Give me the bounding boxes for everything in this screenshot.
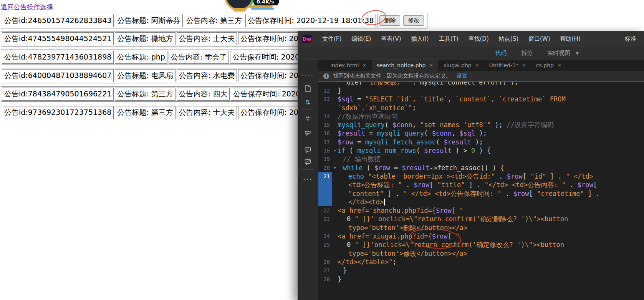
fold-collapse-icon[interactable]: ▼ xyxy=(332,146,338,155)
announcement-content-cell: 公告内容: 学会了 xyxy=(169,51,229,64)
speed-value: 0.4K/s xyxy=(257,0,274,5)
fold-spacer xyxy=(332,172,338,181)
fold-spacer xyxy=(332,266,338,275)
announcement-content-cell: 公告内容: 士大夫 xyxy=(177,32,237,45)
open-documents-icon[interactable] xyxy=(298,83,318,94)
tab-close-icon[interactable]: × xyxy=(522,62,526,68)
code-line: 26</td></table>"; xyxy=(318,258,644,266)
file-tab[interactable]: cs.php× xyxy=(531,60,566,71)
fold-collapse-icon[interactable]: ▼ xyxy=(332,164,338,172)
tab-close-icon[interactable]: × xyxy=(429,62,433,68)
menu-item[interactable]: 插入(I) xyxy=(406,35,434,42)
line-number-gutter[interactable] xyxy=(318,249,332,258)
fold-spacer xyxy=(332,129,338,138)
line-number-gutter[interactable]: 18 xyxy=(318,146,332,155)
announcement-id-cell: 公告id:478239771436031898 xyxy=(2,51,114,64)
speed-overlay-widget[interactable]: 0.4K/s xyxy=(200,0,281,13)
line-number-gutter[interactable] xyxy=(318,224,332,232)
announcement-id-cell: 公告id:973692301723751368 xyxy=(2,106,114,119)
file-tab[interactable]: index.html× xyxy=(325,60,372,71)
file-tab-bar: index.html×search_notice.php×xiugai.php×… xyxy=(318,60,644,71)
tab-close-icon[interactable]: × xyxy=(475,62,479,68)
menu-item[interactable]: 编辑(E) xyxy=(346,35,376,42)
menu-item[interactable]: 查找(D) xyxy=(464,35,494,42)
apply-comment-icon[interactable] xyxy=(298,144,318,156)
menu-item[interactable]: 站点(S) xyxy=(494,35,523,42)
code-line: 22<a href='shanchu.php?id={$row[ " xyxy=(318,206,644,215)
line-number-gutter[interactable]: 26 xyxy=(318,258,332,266)
line-number-gutter[interactable]: 23 xyxy=(318,215,332,223)
code-editor[interactable]: die( "连接失败: " . mysqli_connect_error() )… xyxy=(318,82,644,300)
tab-close-icon[interactable]: × xyxy=(557,62,561,68)
line-number-gutter[interactable] xyxy=(318,181,332,189)
line-number-gutter[interactable]: 15 xyxy=(318,121,332,129)
delete-button[interactable]: 删除 xyxy=(379,15,400,26)
announcement-table: 公告id:478239771436031898公告标题: php公告内容: 学会… xyxy=(1,50,315,65)
sort-move-icon[interactable]: ⇅ xyxy=(298,96,318,108)
code-line-text: 0 " ]}'onclick=\"return confirm('确定修改么? … xyxy=(338,240,644,249)
code-line: 12} xyxy=(318,86,644,95)
workspace-switcher[interactable]: 标准 xyxy=(625,35,644,43)
fold-spacer xyxy=(332,224,338,232)
menu-item[interactable]: 工具(T) xyxy=(434,35,464,42)
file-tab[interactable]: search_notice.php× xyxy=(372,60,439,71)
file-tab-label: search_notice.php xyxy=(377,62,426,68)
chevron-down-icon[interactable]: ▼ xyxy=(576,51,579,55)
line-number-gutter[interactable]: 25 xyxy=(318,240,332,249)
tab-close-icon[interactable]: × xyxy=(363,62,367,68)
view-mode-live[interactable]: 实时视图 ▼ xyxy=(547,50,579,57)
menu-item[interactable]: 文件(F) xyxy=(317,35,346,42)
line-number-gutter[interactable] xyxy=(318,198,332,206)
file-tab[interactable]: xiugai.php× xyxy=(438,60,484,71)
code-line-text: <a href='shanchu.php?id={$row[ " xyxy=(338,206,644,215)
code-line: `sdxh`.`xh_notice`"; xyxy=(318,104,644,112)
menu-item[interactable]: 窗口(W) xyxy=(523,35,555,42)
info-icon: i xyxy=(323,73,329,79)
line-number-gutter[interactable]: 14 xyxy=(318,112,332,121)
format-source-icon[interactable] xyxy=(298,128,318,139)
line-number-gutter[interactable]: 21 xyxy=(318,172,332,181)
code-line-text: } xyxy=(338,86,644,95)
file-tab-label: Untitled-1* xyxy=(489,62,518,68)
code-line: </td><td> xyxy=(318,198,644,206)
modify-button[interactable]: 修改 xyxy=(403,15,424,26)
fold-spacer xyxy=(332,82,338,86)
line-number-gutter[interactable] xyxy=(318,189,332,198)
menu-item[interactable]: 帮助(H) xyxy=(555,35,586,42)
code-line: 20▼while ( $row = $result->fetch_assoc()… xyxy=(318,164,644,172)
file-tab-label: cs.php xyxy=(536,62,554,68)
fold-spacer xyxy=(332,275,338,283)
editor-main: index.html×search_notice.php×xiugai.php×… xyxy=(318,60,644,300)
file-tab[interactable]: Untitled-1*× xyxy=(484,60,531,71)
site-setup-link[interactable]: 设置 xyxy=(457,73,467,80)
line-number-gutter[interactable] xyxy=(318,104,332,112)
line-number-gutter[interactable]: 20 xyxy=(318,164,332,172)
code-line-text: die( "连接失败: " . mysqli_connect_error() )… xyxy=(338,82,644,86)
toolbar-divider xyxy=(302,109,313,110)
remove-comment-icon[interactable] xyxy=(298,156,318,168)
toolbar-grip[interactable]: •••• xyxy=(298,70,318,81)
menu-item[interactable]: 查看(V) xyxy=(376,35,406,42)
back-to-operations-link[interactable]: 返回公告操作选择 xyxy=(1,3,53,12)
code-line-text: echo "<table border=1px ><td>公告id:" . $r… xyxy=(338,172,644,181)
view-mode-code[interactable]: 代码 xyxy=(495,50,507,57)
line-number-gutter[interactable] xyxy=(318,82,332,86)
line-number-gutter[interactable]: 12 xyxy=(318,86,332,95)
line-number-gutter[interactable]: 13 xyxy=(318,95,332,103)
line-number-gutter[interactable]: 19 xyxy=(318,155,332,163)
menu-items: 文件(F)编辑(E)查看(V)插入(I)工具(T)查找(D)站点(S)窗口(W)… xyxy=(317,35,615,43)
more-tools-icon[interactable]: ••• xyxy=(298,173,318,185)
line-number-gutter[interactable]: 27 xyxy=(318,266,332,275)
word-wrap-icon[interactable]: ↔* xyxy=(298,113,318,125)
line-number-gutter[interactable]: 17 xyxy=(318,138,332,146)
dreamweaver-window: Dw 文件(F)编辑(E)查看(V)插入(I)工具(T)查找(D)站点(S)窗口… xyxy=(298,31,644,300)
dreamweaver-logo[interactable]: Dw xyxy=(302,35,311,43)
view-mode-split[interactable]: 拆分 xyxy=(521,50,533,57)
line-number-gutter[interactable]: 16 xyxy=(318,129,332,138)
line-number-gutter[interactable]: 22 xyxy=(318,206,332,215)
announcement-id-cell: 公告id:784384790501696221 xyxy=(2,88,114,101)
line-number-gutter[interactable]: 24 xyxy=(318,232,332,240)
code-line: 250 " ]}'onclick=\"return confirm('确定修改么… xyxy=(318,240,644,249)
line-number-gutter[interactable]: 28 xyxy=(318,275,332,283)
code-line-text: "content" ] . " </td> <td>公告保存时间: " . $r… xyxy=(338,189,644,198)
